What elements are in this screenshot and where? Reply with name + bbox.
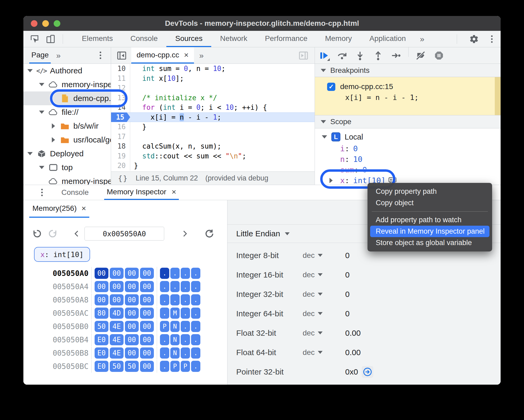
more-panels-button[interactable]: » <box>415 31 430 47</box>
tab-page[interactable]: Page <box>29 47 51 64</box>
highlighted-object-chip[interactable]: x: int[10] <box>34 247 90 262</box>
previous-page-chevron-icon[interactable] <box>73 230 81 238</box>
ascii-cell[interactable]: . <box>181 308 190 319</box>
ascii-cell[interactable]: . <box>181 334 190 345</box>
next-page-chevron-icon[interactable] <box>181 230 189 238</box>
code-line-11[interactable]: 11 int x[10]; <box>111 74 315 83</box>
line-number[interactable]: 17 <box>111 132 130 142</box>
jump-to-address-icon[interactable] <box>362 366 373 378</box>
byte-cell[interactable]: E0 <box>95 334 108 345</box>
format-select[interactable]: dec <box>303 271 345 279</box>
tree-item-b-s-w-ir[interactable]: b/s/w/ir <box>23 119 111 133</box>
byte-cell[interactable]: 00 <box>140 268 154 279</box>
drawer-kebab-icon[interactable] <box>38 189 46 196</box>
code-line-15[interactable]: 15 x[i] = n - i - 1; <box>111 112 315 122</box>
byte-cell[interactable]: 50 <box>125 361 139 372</box>
tab-console[interactable]: Console <box>59 185 91 200</box>
minimize-window-button[interactable] <box>42 20 49 27</box>
tab-network[interactable]: Network <box>211 31 256 47</box>
ascii-cell[interactable]: . <box>170 268 180 279</box>
byte-cell[interactable]: 00 <box>110 268 124 279</box>
byte-cell[interactable]: 00 <box>95 281 108 292</box>
byte-cell[interactable]: 4E <box>110 347 124 359</box>
tab-elements[interactable]: Elements <box>73 31 122 47</box>
byte-cell[interactable]: 00 <box>140 294 154 305</box>
code-line-10[interactable]: 10 int sum = 0, n = 10; <box>111 64 315 74</box>
byte-cell[interactable]: 00 <box>125 308 139 319</box>
ascii-cell[interactable]: . <box>191 268 200 279</box>
ascii-cell[interactable]: . <box>191 281 200 292</box>
tab-memory-inspector[interactable]: Memory Inspector × <box>104 185 179 200</box>
hex-row-005050B8[interactable]: 005050B8E04E0000.N.. <box>23 346 227 360</box>
byte-cell[interactable]: 00 <box>125 294 139 305</box>
line-number[interactable]: 16 <box>111 122 130 132</box>
menu-item-reveal-in-memory-inspector-panel[interactable]: Reveal in Memory Inspector panel <box>370 226 489 237</box>
byte-cell[interactable]: E0 <box>95 361 108 372</box>
ascii-cell[interactable]: . <box>160 334 169 345</box>
device-toolbar-icon[interactable] <box>44 34 57 44</box>
ascii-cell[interactable]: P <box>181 361 190 372</box>
close-tab-icon[interactable]: × <box>184 51 189 60</box>
line-number[interactable]: 18 <box>111 141 130 151</box>
devtools-menu-kebab-icon[interactable] <box>488 35 496 43</box>
byte-cell[interactable]: 00 <box>110 294 124 305</box>
ascii-cell[interactable]: . <box>181 321 190 332</box>
show-debugger-icon[interactable] <box>297 51 310 61</box>
byte-cell[interactable]: 00 <box>140 347 154 359</box>
breakpoints-section-header[interactable]: Breakpoints <box>315 64 501 77</box>
byte-cell[interactable]: 00 <box>125 321 139 332</box>
step-into-icon[interactable] <box>351 47 369 64</box>
address-input[interactable] <box>84 227 164 241</box>
tree-item-top[interactable]: top <box>23 161 111 174</box>
tab-sources[interactable]: Sources <box>166 31 211 47</box>
menu-item-copy-property-path[interactable]: Copy property path <box>370 186 489 197</box>
line-number[interactable]: 11 <box>111 74 130 83</box>
code-line-14[interactable]: 14 for (int i = 0; i < 10; ++i) { <box>111 103 315 112</box>
redo-icon[interactable] <box>48 229 58 239</box>
source-code-editor[interactable]: 10 int sum = 0, n = 10;11 int x[10];1213… <box>111 64 315 171</box>
hide-navigator-icon[interactable] <box>115 47 129 64</box>
deactivate-breakpoints-icon[interactable] <box>412 47 430 64</box>
line-number[interactable]: 20 <box>111 161 130 171</box>
hex-dump-grid[interactable]: 005050A000000000....005050A400000000....… <box>23 267 227 373</box>
ascii-cell[interactable]: . <box>160 308 169 319</box>
ascii-cell[interactable]: . <box>160 361 169 372</box>
ascii-cell[interactable]: . <box>181 281 190 292</box>
tab-memory-256[interactable]: Memory(256) × <box>29 200 89 218</box>
line-number[interactable]: 19 <box>111 151 130 161</box>
inspect-element-icon[interactable] <box>28 34 41 44</box>
ascii-cell[interactable]: . <box>181 294 190 305</box>
ascii-cell[interactable]: N <box>170 321 180 332</box>
byte-cell[interactable]: 00 <box>95 268 108 279</box>
tab-demo-cpp[interactable]: demo-cpp.cc × <box>131 47 194 64</box>
navigator-kebab-icon[interactable] <box>96 52 104 59</box>
menu-item-store-object-as-global-variable[interactable]: Store object as global variable <box>370 237 489 249</box>
line-number[interactable]: 15 <box>111 112 130 122</box>
byte-cell[interactable]: 00 <box>125 281 139 292</box>
hex-row-005050A8[interactable]: 005050A800000000.... <box>23 293 227 306</box>
code-line-18[interactable]: 18 calcSum(x, n, sum); <box>111 141 315 151</box>
ascii-cell[interactable]: . <box>191 321 200 332</box>
hex-row-005050AC[interactable]: 005050AC804D0000.M.. <box>23 306 227 320</box>
close-tab-icon[interactable]: × <box>81 204 86 213</box>
tab-console[interactable]: Console <box>122 31 167 47</box>
hex-row-005050A4[interactable]: 005050A400000000.... <box>23 280 227 293</box>
step-over-icon[interactable] <box>333 47 351 64</box>
more-editor-tabs-button[interactable]: » <box>194 47 209 64</box>
refresh-icon[interactable] <box>204 228 215 239</box>
pretty-print-icon[interactable]: {} <box>118 174 128 182</box>
byte-cell[interactable]: 00 <box>110 281 124 292</box>
byte-cell[interactable]: 00 <box>125 334 139 345</box>
scope-section-header[interactable]: Scope <box>315 115 501 128</box>
format-select[interactable]: dec <box>303 309 345 318</box>
byte-cell[interactable]: 4E <box>110 321 124 332</box>
format-select[interactable]: dec <box>303 329 345 337</box>
ascii-cell[interactable]: M <box>170 308 180 319</box>
ascii-cell[interactable]: . <box>160 294 169 305</box>
byte-cell[interactable]: E0 <box>95 347 108 359</box>
line-number[interactable]: 10 <box>111 64 130 74</box>
resume-script-icon[interactable] <box>315 47 333 64</box>
ascii-cell[interactable]: N <box>170 334 180 345</box>
tab-memory[interactable]: Memory <box>316 31 361 47</box>
ascii-cell[interactable]: . <box>191 361 200 372</box>
